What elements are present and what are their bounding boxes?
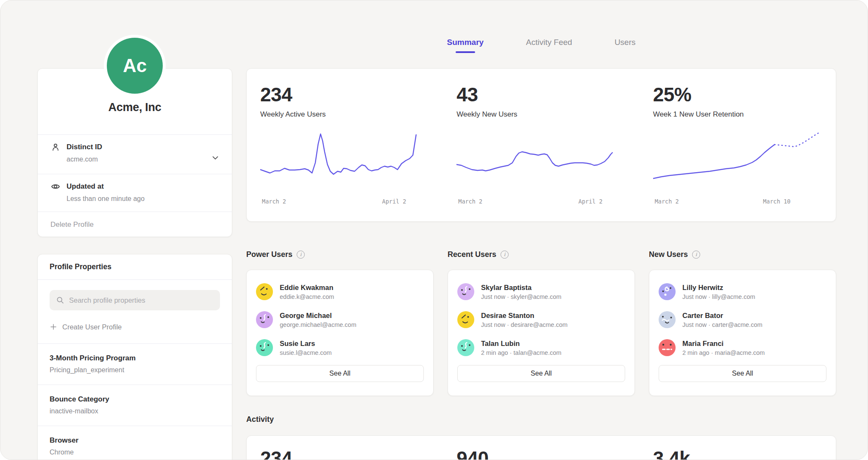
activity-section-title: Activity <box>246 415 274 424</box>
user-detail: 2 min ago · maria@acme.com <box>682 349 765 356</box>
updated-at-label: Updated at <box>67 182 104 191</box>
new-users-card: Lilly Herwitz Just now · lilly@acme.com … <box>649 270 836 396</box>
weekly-new-users-chart <box>456 131 626 194</box>
user-name: George Michael <box>280 312 356 320</box>
user-name: Skylar Baptista <box>481 284 562 292</box>
info-icon[interactable]: i <box>501 251 509 259</box>
x-tick: March 10 <box>763 198 790 205</box>
user-detail: 2 min ago · talan@acme.com <box>481 349 562 356</box>
app-frame: Ac Acme, Inc Distinct ID acme.com <box>0 0 868 460</box>
updated-at-value: Less than one minute ago <box>67 195 219 203</box>
property-item[interactable]: Bounce Category inactive-mailbox <box>38 385 232 426</box>
stat-value: 43 <box>456 83 626 106</box>
avatar <box>457 283 474 300</box>
user-row[interactable]: George Michael george.michael@acme.com <box>256 309 424 331</box>
stat-weekly-new-users: 43 Weekly New Users March 2 April 2 <box>443 69 639 221</box>
property-item[interactable]: 3-Month Pricing Program Pricing_plan_exp… <box>38 344 232 385</box>
user-detail: Just now · skyler@acme.com <box>481 293 562 300</box>
search-profile-properties-input[interactable] <box>50 290 220 310</box>
stat-week1-retention: 25% Week 1 New User Retention March 2 Ma… <box>640 69 836 221</box>
activity-value: 3.4k <box>653 447 822 460</box>
avatar <box>659 283 676 300</box>
user-row[interactable]: Talan Lubin 2 min ago · talan@acme.com <box>457 337 625 359</box>
new-users-section: New Users i Lilly Herwitz Just now · lil… <box>649 248 836 396</box>
recent-users-card: Skylar Baptista Just now · skyler@acme.c… <box>448 270 635 396</box>
x-tick: March 2 <box>655 198 679 205</box>
user-row[interactable]: Skylar Baptista Just now · skyler@acme.c… <box>457 281 625 303</box>
plus-icon <box>50 323 57 331</box>
user-row[interactable]: Maria Franci 2 min ago · maria@acme.com <box>659 337 826 359</box>
recent-users-title: Recent Users <box>448 250 496 259</box>
see-all-button[interactable]: See All <box>659 365 826 382</box>
tab-summary[interactable]: Summary <box>447 38 484 53</box>
activity-value: 940 <box>456 447 626 460</box>
search-icon <box>56 296 65 305</box>
activity-value: 234 <box>260 447 429 460</box>
user-name: Eddie Kwakman <box>280 284 334 292</box>
property-value: Chrome <box>50 449 220 456</box>
user-row[interactable]: Carter Bator Just now · carter@acme.com <box>659 309 826 331</box>
user-detail: Just now · carter@acme.com <box>682 321 762 328</box>
property-item[interactable]: Browser Chrome <box>38 426 232 460</box>
summary-stats-card: 234 Weekly Active Users March 2 April 2 … <box>246 68 836 222</box>
avatar <box>659 311 676 328</box>
power-users-title: Power Users <box>246 250 292 259</box>
info-icon[interactable]: i <box>692 251 700 259</box>
create-user-profile-button[interactable]: Create User Profile <box>50 322 220 332</box>
user-row[interactable]: Susie Lars susie.l@acme.com <box>256 337 424 359</box>
user-row[interactable]: Lilly Herwitz Just now · lilly@acme.com <box>659 281 826 303</box>
weekly-active-users-chart <box>260 131 429 194</box>
distinct-id-row[interactable]: Distinct ID acme.com <box>38 134 232 174</box>
chevron-down-icon[interactable] <box>211 153 220 162</box>
activity-stat: 3.4k <box>640 436 836 460</box>
user-detail: george.michael@acme.com <box>280 321 356 328</box>
avatar <box>659 339 676 356</box>
week1-retention-chart <box>653 131 822 194</box>
stat-label: Weekly Active Users <box>260 110 429 119</box>
stat-value: 25% <box>653 83 822 106</box>
property-value: inactive-mailbox <box>50 407 220 415</box>
user-row[interactable]: Eddie Kwakman eddie.k@acme.com <box>256 281 424 303</box>
profile-properties-card: Profile Properties Create User Pro <box>37 254 232 460</box>
user-lists-row: Power Users i Eddie Kwakman eddie.k@acme… <box>246 248 836 396</box>
property-name: Bounce Category <box>50 395 220 404</box>
user-name: Carter Bator <box>682 312 762 320</box>
company-avatar: Ac <box>107 38 163 94</box>
see-all-button[interactable]: See All <box>256 365 424 382</box>
user-detail: Just now · lilly@acme.com <box>682 293 755 300</box>
avatar <box>457 339 474 356</box>
user-name: Susie Lars <box>280 340 332 348</box>
tab-users[interactable]: Users <box>615 38 636 53</box>
info-icon[interactable]: i <box>297 251 305 259</box>
distinct-id-label: Distinct ID <box>67 143 102 151</box>
user-name: Desirae Stanton <box>481 312 568 320</box>
property-name: 3-Month Pricing Program <box>50 354 220 362</box>
user-row[interactable]: Desirae Stanton Just now · desirare@acme… <box>457 309 625 331</box>
create-user-profile-label: Create User Profile <box>62 323 122 331</box>
activity-card: 234 940 3.4k <box>246 435 836 460</box>
user-detail: eddie.k@acme.com <box>280 293 334 300</box>
stat-value: 234 <box>260 83 429 106</box>
user-detail: susie.l@acme.com <box>280 349 332 356</box>
avatar <box>256 283 273 300</box>
stat-label: Week 1 New User Retention <box>653 110 822 119</box>
see-all-button[interactable]: See All <box>457 365 625 382</box>
recent-users-section: Recent Users i Skylar Baptista Just now … <box>448 248 635 396</box>
power-users-section: Power Users i Eddie Kwakman eddie.k@acme… <box>246 248 434 396</box>
user-name: Lilly Herwitz <box>682 284 755 292</box>
company-name: Acme, Inc <box>38 101 232 114</box>
sidebar: Ac Acme, Inc Distinct ID acme.com <box>37 0 232 460</box>
user-name: Talan Lubin <box>481 340 562 348</box>
delete-profile-button[interactable]: Delete Profile <box>38 212 232 237</box>
avatar <box>457 311 474 328</box>
user-detail: Just now · desirare@acme.com <box>481 321 568 328</box>
property-list: 3-Month Pricing Program Pricing_plan_exp… <box>38 343 232 460</box>
tab-activity-feed[interactable]: Activity Feed <box>526 38 572 53</box>
property-name: Browser <box>50 436 220 445</box>
x-tick: March 2 <box>458 198 482 205</box>
activity-stat: 234 <box>247 436 443 460</box>
updated-at-row: Updated at Less than one minute ago <box>38 174 232 212</box>
avatar <box>256 339 273 356</box>
x-tick: April 2 <box>382 198 406 205</box>
tab-bar: Summary Activity Feed Users <box>246 38 836 53</box>
